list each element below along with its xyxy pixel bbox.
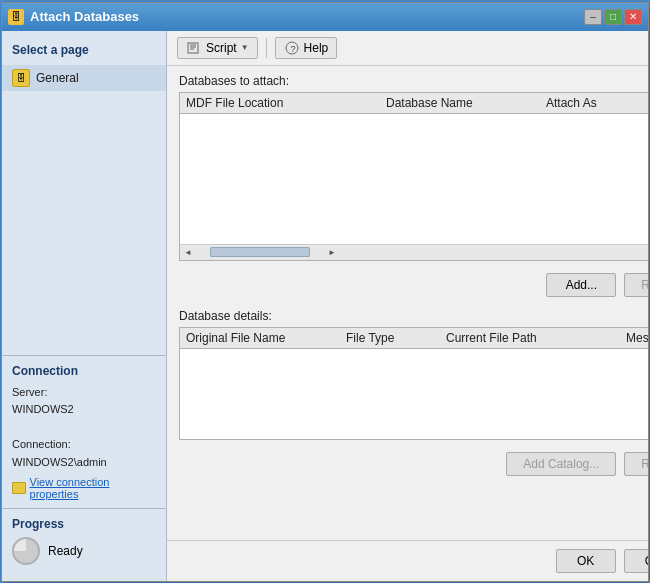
cancel-button[interactable]: Cancel — [624, 549, 648, 573]
connection-section: Connection Server: WINDOWS2 Connection: … — [2, 355, 166, 508]
progress-content: Ready — [12, 537, 156, 565]
help-icon: ? — [284, 41, 300, 55]
add-remove-buttons: Add... Remove — [179, 273, 648, 297]
add-catalog-button[interactable]: Add Catalog... — [506, 452, 616, 476]
add-button[interactable]: Add... — [546, 273, 616, 297]
minimize-button[interactable]: – — [584, 9, 602, 25]
script-dropdown-arrow: ▼ — [241, 43, 249, 52]
toolbar-divider — [266, 38, 267, 58]
title-bar: 🗄 Attach Databases – □ ✕ — [2, 3, 648, 31]
link-icon — [12, 482, 26, 494]
select-page-label: Select a page — [2, 39, 166, 65]
script-label: Script — [206, 41, 237, 55]
title-bar-buttons: – □ ✕ — [584, 9, 642, 25]
remove-catalog-button[interactable]: Remove — [624, 452, 648, 476]
catalog-buttons: Add Catalog... Remove — [179, 452, 648, 476]
view-connection-properties-link[interactable]: View connection properties — [12, 476, 156, 500]
script-icon — [186, 41, 202, 55]
title-bar-left: 🗄 Attach Databases — [8, 9, 139, 25]
sidebar-general-label: General — [36, 71, 79, 85]
scroll-thumb[interactable] — [210, 247, 310, 257]
connection-title: Connection — [12, 364, 156, 378]
databases-table-header: MDF File Location Database Name Attach A… — [180, 93, 648, 114]
detail-col-filepath: Current File Path — [446, 331, 626, 345]
databases-table: MDF File Location Database Name Attach A… — [179, 92, 648, 261]
sidebar-spacer — [2, 91, 166, 355]
progress-status: Ready — [48, 544, 83, 558]
window-icon: 🗄 — [8, 9, 24, 25]
detail-col-filename: Original File Name — [186, 331, 346, 345]
details-table-header: Original File Name File Type Current Fil… — [180, 328, 648, 349]
help-label: Help — [304, 41, 329, 55]
col-attach-as: Attach As — [546, 96, 648, 110]
col-dbname: Database Name — [386, 96, 546, 110]
remove-button[interactable]: Remove — [624, 273, 648, 297]
detail-col-filetype: File Type — [346, 331, 446, 345]
details-table: Original File Name File Type Current Fil… — [179, 327, 648, 440]
main-window: 🗄 Attach Databases – □ ✕ Select a page 🗄… — [1, 2, 649, 582]
sidebar-item-general[interactable]: 🗄 General — [2, 65, 166, 91]
databases-label: Databases to attach: — [179, 74, 648, 88]
connection-label: Connection: — [12, 436, 156, 454]
scroll-left-arrow[interactable]: ◄ — [182, 248, 194, 257]
ok-button[interactable]: OK — [556, 549, 616, 573]
connection-info: Server: WINDOWS2 Connection: WINDOWS2\ad… — [12, 384, 156, 472]
toolbar: Script ▼ ? Help — [167, 31, 648, 66]
details-table-body[interactable] — [180, 349, 648, 439]
sidebar: Select a page 🗄 General Connection Serve… — [2, 31, 167, 581]
help-button[interactable]: ? Help — [275, 37, 338, 59]
databases-table-body[interactable] — [180, 114, 648, 244]
progress-section: Progress Ready — [2, 508, 166, 573]
main-content: Script ▼ ? Help D — [167, 31, 648, 581]
detail-col-message: Message — [626, 331, 648, 345]
script-button[interactable]: Script ▼ — [177, 37, 258, 59]
svg-text:?: ? — [290, 44, 295, 54]
server-value: WINDOWS2 — [12, 401, 156, 419]
scroll-right-arrow[interactable]: ► — [326, 248, 338, 257]
connection-value: WINDOWS2\admin — [12, 454, 156, 472]
maximize-button[interactable]: □ — [604, 9, 622, 25]
general-icon: 🗄 — [12, 69, 30, 87]
close-button[interactable]: ✕ — [624, 9, 642, 25]
window-title: Attach Databases — [30, 9, 139, 24]
details-section: Database details: Original File Name Fil… — [179, 309, 648, 440]
view-link-label: View connection properties — [30, 476, 156, 500]
details-label: Database details: — [179, 309, 648, 323]
progress-title: Progress — [12, 517, 156, 531]
horizontal-scrollbar[interactable]: ◄ ► — [180, 244, 648, 260]
bottom-bar: OK Cancel — [167, 540, 648, 581]
col-mdf: MDF File Location — [186, 96, 386, 110]
window-body: Select a page 🗄 General Connection Serve… — [2, 31, 648, 581]
progress-spinner — [12, 537, 40, 565]
server-label: Server: — [12, 384, 156, 402]
databases-section: Databases to attach: MDF File Location D… — [179, 74, 648, 261]
content-area: Databases to attach: MDF File Location D… — [167, 66, 648, 540]
